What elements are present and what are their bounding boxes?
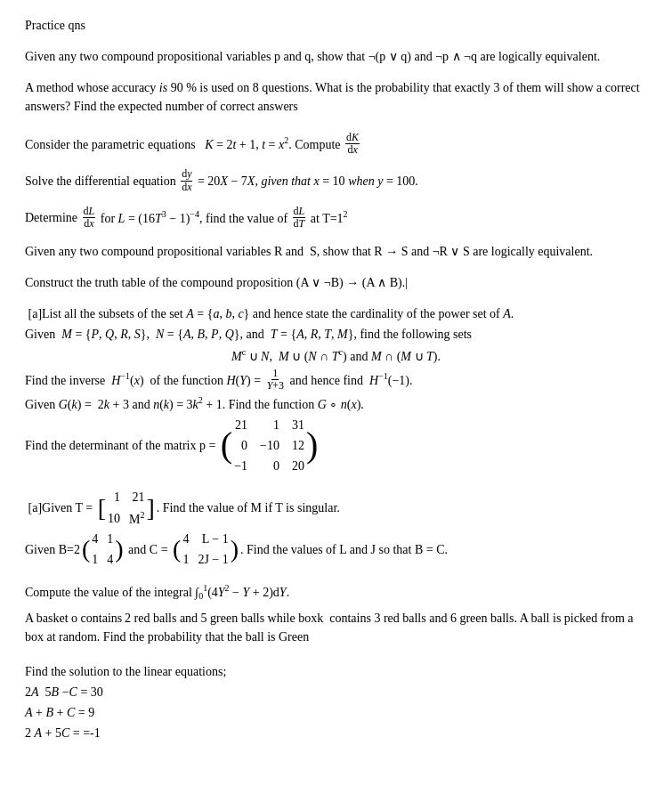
q9: Find the inverse H−1(x) of the function …	[25, 368, 647, 392]
q14: A basket o contains 2 red balls and 5 gr…	[25, 609, 647, 646]
q15: Find the solution to the linear equation…	[25, 662, 647, 742]
q4: Solve the differential equation dy dx = …	[25, 168, 647, 192]
q12a: [a]Given T = [ 1 21 10 M2 ] . Find the v…	[25, 488, 647, 529]
q11: Find the determinant of the matrix p = (…	[25, 416, 647, 475]
q2: A method whose accuracy is 90 % is used …	[25, 78, 647, 116]
page-title: Practice qns	[25, 16, 647, 35]
q8a: [a]List all the subsets of the set A = {…	[25, 304, 647, 323]
page-container: Practice qns Given any two compound prop…	[25, 16, 647, 742]
q6: Given any two compound propositional var…	[25, 242, 647, 261]
q12b: Given B=2 ( 4 1 1 4 ) and C = ( 4 L − 1 …	[25, 530, 647, 569]
q8b: Given M = {P, Q, R, S}, N = {A, B, P, Q}…	[25, 325, 647, 366]
q7: Construct the truth table of the compoun…	[25, 273, 647, 292]
q3: Consider the parametric equations K = 2t…	[25, 132, 647, 156]
q10: Given G(k) = 2k + 3 and n(k) = 3k2 + 1. …	[25, 393, 647, 414]
q1: Given any two compound propositional var…	[25, 47, 647, 66]
q13: Compute the value of the integral ∫01(4Y…	[25, 581, 647, 603]
q5: Determine dL dx for L = (16T3 − 1)−4, fi…	[25, 206, 647, 230]
